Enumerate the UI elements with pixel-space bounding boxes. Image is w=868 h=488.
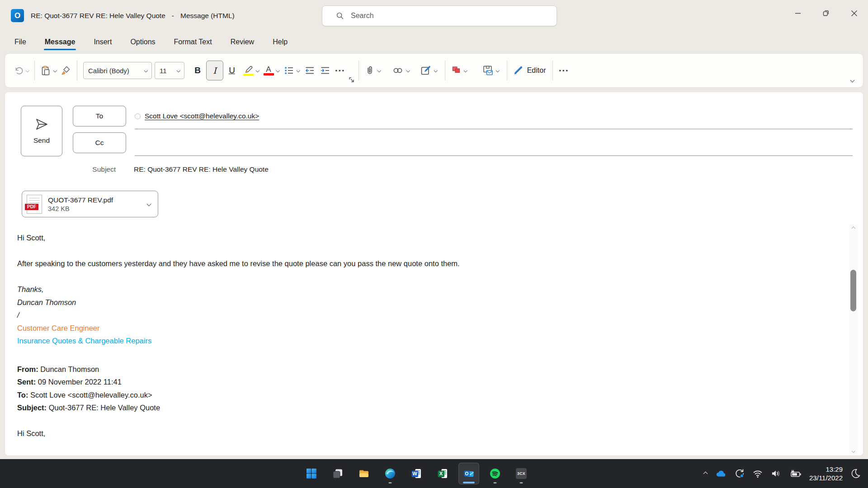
- font-size-value: 11: [160, 67, 170, 75]
- message-body-editor[interactable]: Hi Scott, After speaking to the customer…: [17, 231, 827, 440]
- attachment-chip[interactable]: PDF QUOT-3677 REV.pdf 342 KB: [22, 191, 158, 217]
- follow-up-flag-button[interactable]: [448, 61, 469, 80]
- file-explorer-button[interactable]: [354, 463, 374, 484]
- collapse-ribbon-button[interactable]: [851, 75, 854, 84]
- to-button[interactable]: To: [73, 106, 126, 127]
- highlight-color-button[interactable]: [241, 61, 261, 80]
- signature-department: Insurance Quotes & Chargeable Repairs: [17, 334, 827, 347]
- font-name-combo[interactable]: Calibri (Body): [83, 62, 152, 79]
- do-not-disturb-moon-icon[interactable]: [850, 468, 861, 479]
- attachment-filename: QUOT-3677 REV.pdf: [48, 196, 113, 204]
- undo-dropdown-chevron[interactable]: [26, 69, 29, 72]
- subject-label: Subject: [85, 165, 116, 174]
- paste-dropdown-chevron[interactable]: [53, 69, 57, 72]
- font-color-button[interactable]: A: [261, 61, 282, 80]
- attach-file-button[interactable]: [362, 61, 383, 80]
- threecx-icon-label: 3CX: [517, 471, 525, 476]
- quoted-subject-line: Subject: Quot-3677 RE: Hele Valley Quote: [17, 401, 827, 414]
- outlook-icon-letter: O: [464, 471, 470, 477]
- flag-dropdown-chevron[interactable]: [464, 69, 467, 72]
- start-button[interactable]: [301, 463, 322, 484]
- save-dropdown-chevron[interactable]: [496, 69, 500, 72]
- bold-button[interactable]: B: [189, 61, 206, 80]
- editor-button[interactable]: Editor: [510, 61, 548, 80]
- signature-thanks: Thanks,: [17, 283, 827, 296]
- window-title-separator: -: [172, 12, 174, 19]
- body-scrollbar[interactable]: [849, 225, 858, 455]
- link-dropdown-chevron[interactable]: [406, 69, 410, 72]
- bullets-button[interactable]: [281, 61, 302, 80]
- threecx-button[interactable]: 3CX: [511, 463, 532, 484]
- quoted-greeting: Hi Scott,: [17, 427, 827, 440]
- attach-dropdown-chevron[interactable]: [377, 69, 381, 72]
- sync-icon[interactable]: [734, 468, 745, 479]
- tab-review[interactable]: Review: [230, 36, 255, 48]
- paste-button[interactable]: [38, 61, 59, 80]
- basic-text-dialog-launcher[interactable]: [348, 76, 355, 85]
- close-icon: [851, 10, 858, 17]
- cc-button[interactable]: Cc: [73, 132, 126, 153]
- minimize-button[interactable]: [784, 0, 812, 26]
- cc-field-underline: [135, 155, 853, 156]
- tab-insert[interactable]: Insert: [93, 36, 113, 48]
- undo-button[interactable]: [11, 61, 31, 80]
- active-tab-underline: [44, 49, 76, 51]
- restore-button[interactable]: [812, 0, 840, 26]
- word-button[interactable]: W: [406, 463, 427, 484]
- highlight-color-swatch: [243, 74, 254, 76]
- attachment-filesize: 342 KB: [48, 205, 113, 212]
- outlook-button-active[interactable]: O: [458, 463, 479, 484]
- highlight-dropdown-chevron[interactable]: [256, 69, 259, 72]
- ribbon-separator: [445, 61, 445, 80]
- ribbon-separator: [34, 61, 35, 80]
- increase-indent-button[interactable]: [317, 61, 333, 80]
- excel-button[interactable]: X: [432, 463, 453, 484]
- scrollbar-up-arrow[interactable]: [852, 227, 855, 230]
- ribbon-toolbar: Calibri (Body) 11 B I U A: [5, 53, 863, 88]
- hidden-icons-chevron[interactable]: [703, 471, 708, 476]
- tab-message[interactable]: Message: [44, 36, 76, 48]
- attachment-dropdown-chevron[interactable]: [147, 202, 151, 206]
- volume-icon[interactable]: [770, 468, 782, 479]
- signature-button[interactable]: [418, 61, 439, 80]
- signature-dropdown-chevron[interactable]: [434, 69, 438, 72]
- recipient-link[interactable]: Scott Love <scott@helevalley.co.uk>: [145, 112, 259, 120]
- underline-button[interactable]: U: [223, 61, 241, 80]
- battery-charging-icon[interactable]: [789, 468, 802, 479]
- wifi-icon[interactable]: [752, 468, 763, 479]
- ribbon-overflow-button[interactable]: •••: [556, 67, 572, 74]
- scrollbar-down-arrow[interactable]: [852, 449, 855, 452]
- quoted-sent-line: Sent: 09 November 2022 11:41: [17, 375, 827, 389]
- subject-field[interactable]: RE: Quot-3677 REV RE: Hele Valley Quote: [134, 165, 269, 174]
- word-icon-letter: W: [411, 470, 418, 477]
- tab-help[interactable]: Help: [272, 36, 288, 48]
- tab-format-text[interactable]: Format Text: [173, 36, 213, 48]
- italic-button-active[interactable]: I: [206, 61, 223, 80]
- paperclip-icon: [364, 65, 375, 76]
- send-plane-icon: [34, 117, 49, 131]
- taskbar-clock[interactable]: 13:29 23/11/2022: [809, 465, 843, 482]
- format-painter-button[interactable]: [58, 61, 74, 80]
- onedrive-cloud-icon[interactable]: [715, 469, 727, 479]
- search-input[interactable]: Search: [322, 5, 557, 26]
- link-button[interactable]: [389, 61, 412, 80]
- decrease-indent-button[interactable]: [302, 61, 317, 80]
- edge-button[interactable]: [380, 463, 401, 484]
- tab-options[interactable]: Options: [129, 36, 156, 48]
- save-envelope-icon: [482, 65, 494, 76]
- bullets-dropdown-chevron[interactable]: [297, 69, 300, 72]
- basic-text-overflow-button[interactable]: •••: [333, 67, 349, 74]
- save-item-button[interactable]: [480, 61, 501, 80]
- send-button[interactable]: Send: [21, 106, 62, 156]
- font-name-value: Calibri (Body): [88, 67, 137, 75]
- threecx-icon: 3CX: [516, 468, 527, 479]
- font-size-combo[interactable]: 11: [155, 62, 184, 79]
- tab-file[interactable]: File: [14, 36, 27, 48]
- to-recipient[interactable]: Scott Love <scott@helevalley.co.uk>: [135, 112, 259, 120]
- spotify-button[interactable]: [485, 463, 505, 484]
- editor-label: Editor: [527, 66, 546, 75]
- font-color-dropdown-chevron[interactable]: [276, 69, 279, 72]
- task-view-button[interactable]: [327, 463, 348, 484]
- scrollbar-thumb[interactable]: [850, 270, 856, 311]
- close-button[interactable]: [840, 0, 868, 26]
